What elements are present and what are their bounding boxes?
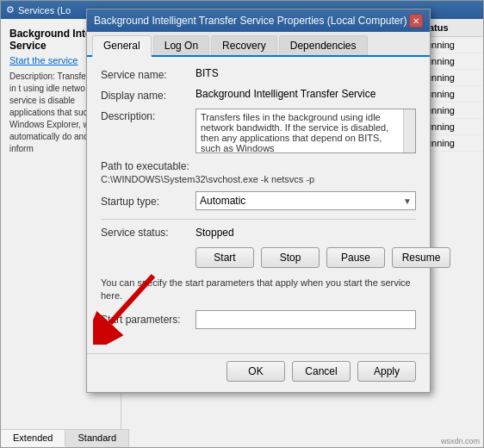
service-name-row: Service name: BITS [101, 67, 416, 81]
start-button[interactable]: Start [195, 247, 254, 268]
display-name-value: Background Intelligent Transfer Service [195, 88, 416, 100]
tab-standard[interactable]: Standard [65, 430, 129, 447]
description-box[interactable]: Transfers files in the background using … [195, 109, 416, 153]
service-name-label: Service name: [101, 67, 195, 81]
display-name-row: Display name: Background Intelligent Tra… [101, 88, 416, 102]
display-name-label: Display name: [101, 88, 195, 102]
path-value: C:\WINDOWS\System32\svchost.exe -k netsv… [101, 174, 416, 184]
params-help-text: You can specify the start parameters tha… [101, 277, 416, 303]
pause-button[interactable]: Pause [326, 247, 385, 268]
description-label: Description: [101, 109, 195, 122]
dialog-body: Service name: BITS Display name: Backgro… [87, 57, 430, 353]
tab-extended[interactable]: Extended [1, 430, 65, 447]
description-text: Transfers files in the background using … [201, 112, 411, 153]
service-status-label: Service status: [101, 227, 195, 239]
resume-button[interactable]: Resume [392, 247, 450, 268]
startup-type-label: Startup type: [101, 194, 195, 208]
service-control-buttons: Start Stop Pause Resume [101, 247, 416, 268]
tab-recovery[interactable]: Recovery [211, 35, 277, 55]
cancel-button[interactable]: Cancel [292, 361, 351, 382]
services-window-icon: ⚙ [6, 4, 15, 16]
close-button[interactable]: ✕ [409, 14, 423, 28]
apply-button[interactable]: Apply [357, 361, 416, 382]
startup-type-value: Automatic [200, 195, 245, 207]
services-window-title: Services (Lo [18, 5, 71, 16]
dialog-title: Background Intelligent Transfer Service … [94, 15, 407, 27]
tab-logon[interactable]: Log On [153, 35, 209, 55]
startup-type-row: Startup type: Automatic ▼ [101, 191, 416, 210]
start-parameters-row: Start parameters: [101, 310, 416, 329]
service-status-row: Service status: Stopped [101, 227, 416, 239]
start-parameters-input[interactable] [195, 310, 416, 329]
dialog-footer: OK Cancel Apply [87, 353, 430, 392]
tab-dependencies[interactable]: Dependencies [279, 35, 368, 55]
properties-dialog: Background Intelligent Transfer Service … [86, 9, 431, 393]
dialog-tabs: General Log On Recovery Dependencies [87, 32, 430, 57]
description-row: Description: Transfers files in the back… [101, 109, 416, 153]
watermark: wsxdn.com [441, 437, 480, 445]
startup-type-select[interactable]: Automatic ▼ [195, 191, 416, 210]
service-name-value: BITS [195, 67, 416, 79]
chevron-down-icon: ▼ [403, 196, 412, 206]
tab-general[interactable]: General [92, 35, 152, 57]
ok-button[interactable]: OK [226, 361, 285, 382]
start-parameters-label: Start parameters: [101, 314, 195, 326]
stop-button[interactable]: Stop [261, 247, 320, 268]
service-status-value: Stopped [195, 227, 234, 239]
description-scrollbar[interactable] [403, 109, 415, 152]
bottom-tabs: Extended Standard [1, 429, 129, 447]
path-label: Path to executable: [101, 160, 416, 172]
dialog-titlebar: Background Intelligent Transfer Service … [87, 9, 430, 32]
divider [101, 219, 416, 220]
